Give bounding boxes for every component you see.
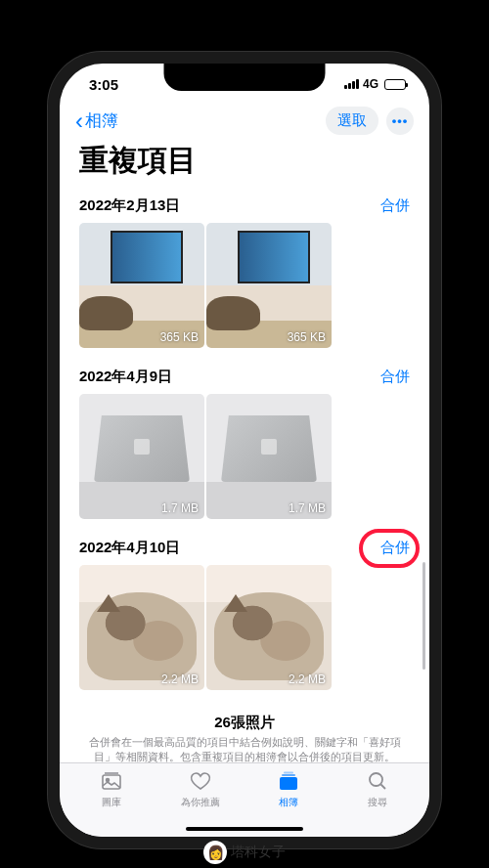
group-header: 2022年4月10日合併 <box>60 533 429 565</box>
watermark-icon: 👩 <box>203 841 227 864</box>
search-icon <box>365 769 390 793</box>
albums-icon <box>276 769 301 793</box>
photo-thumbnail[interactable]: 2.2 MB <box>79 565 204 690</box>
summary-text: 合併會在一個最高品質的項目中結合例如說明、關鍵字和「喜好項目」等相關資料。包含重… <box>83 735 406 765</box>
nav-bar: ‹ 相簿 選取 ••• <box>60 105 429 139</box>
ellipsis-icon: ••• <box>392 113 409 128</box>
back-button[interactable]: ‹ 相簿 <box>75 109 118 133</box>
status-time: 3:05 <box>89 76 118 93</box>
group-date: 2022年4月9日 <box>79 368 172 386</box>
svg-rect-0 <box>103 775 120 789</box>
photo-thumbnail[interactable]: 2.2 MB <box>206 565 332 690</box>
file-size-badge: 365 KB <box>288 330 326 344</box>
tab-bar: 圖庫 為你推薦 相簿 搜尋 <box>60 762 429 837</box>
foryou-icon <box>188 769 213 793</box>
file-size-badge: 2.2 MB <box>289 673 326 686</box>
watermark: 👩 塔科女子 <box>203 841 286 864</box>
svg-point-5 <box>370 773 382 786</box>
scroll-indicator[interactable] <box>422 562 425 670</box>
tab-label: 為你推薦 <box>181 796 220 809</box>
select-button[interactable]: 選取 <box>326 107 378 135</box>
library-icon <box>99 769 124 793</box>
home-indicator[interactable] <box>186 827 303 831</box>
group-date: 2022年4月10日 <box>79 539 180 557</box>
thumbnail-row: 1.7 MB1.7 MB <box>60 394 429 519</box>
file-size-badge: 1.7 MB <box>161 501 199 515</box>
svg-rect-2 <box>280 777 297 790</box>
screen: 3:05 4G ‹ 相簿 選取 ••• 重複項目 2022年2月13日合併365… <box>60 64 429 837</box>
page-title: 重複項目 <box>60 139 429 191</box>
back-label: 相簿 <box>85 109 118 132</box>
thumbnail-row: 2.2 MB2.2 MB <box>60 565 429 690</box>
duplicate-group: 2022年4月9日合併1.7 MB1.7 MB <box>60 362 429 519</box>
tab-library[interactable]: 圖庫 <box>67 769 156 819</box>
notch <box>164 64 326 91</box>
tab-search[interactable]: 搜尋 <box>333 769 422 819</box>
group-date: 2022年2月13日 <box>79 196 180 215</box>
duplicate-group: 2022年2月13日合併365 KB365 KB <box>60 191 429 348</box>
tab-albums[interactable]: 相簿 <box>244 769 333 819</box>
svg-rect-3 <box>282 774 295 776</box>
photo-thumbnail[interactable]: 365 KB <box>206 223 332 348</box>
group-header: 2022年4月9日合併 <box>60 362 429 394</box>
content[interactable]: 2022年2月13日合併365 KB365 KB2022年4月9日合併1.7 M… <box>60 191 429 778</box>
tab-label: 圖庫 <box>102 796 121 809</box>
signal-icon <box>344 79 359 89</box>
network-label: 4G <box>363 77 378 91</box>
file-size-badge: 1.7 MB <box>289 501 326 515</box>
thumbnail-row: 365 KB365 KB <box>60 223 429 348</box>
group-header: 2022年2月13日合併 <box>60 191 429 223</box>
file-size-badge: 2.2 MB <box>161 673 199 686</box>
summary: 26張照片 合併會在一個最高品質的項目中結合例如說明、關鍵字和「喜好項目」等相關… <box>60 704 429 769</box>
phone-frame: 3:05 4G ‹ 相簿 選取 ••• 重複項目 2022年2月13日合併365… <box>48 52 441 848</box>
status-right: 4G <box>344 77 406 91</box>
more-button[interactable]: ••• <box>386 108 414 135</box>
tab-label: 搜尋 <box>368 796 387 809</box>
merge-button[interactable]: 合併 <box>380 539 410 557</box>
tab-foryou[interactable]: 為你推薦 <box>156 769 245 819</box>
tab-label: 相簿 <box>279 796 298 809</box>
duplicate-group: 2022年4月10日合併2.2 MB2.2 MB <box>60 533 429 690</box>
svg-rect-4 <box>284 772 293 774</box>
file-size-badge: 365 KB <box>160 330 199 344</box>
merge-button[interactable]: 合併 <box>380 368 410 386</box>
merge-button[interactable]: 合併 <box>380 196 410 215</box>
battery-icon <box>384 79 406 90</box>
photo-thumbnail[interactable]: 1.7 MB <box>79 394 204 519</box>
summary-count: 26張照片 <box>83 714 406 732</box>
chevron-left-icon: ‹ <box>75 109 83 133</box>
photo-thumbnail[interactable]: 365 KB <box>79 223 204 348</box>
watermark-text: 塔科女子 <box>231 844 286 861</box>
photo-thumbnail[interactable]: 1.7 MB <box>206 394 332 519</box>
